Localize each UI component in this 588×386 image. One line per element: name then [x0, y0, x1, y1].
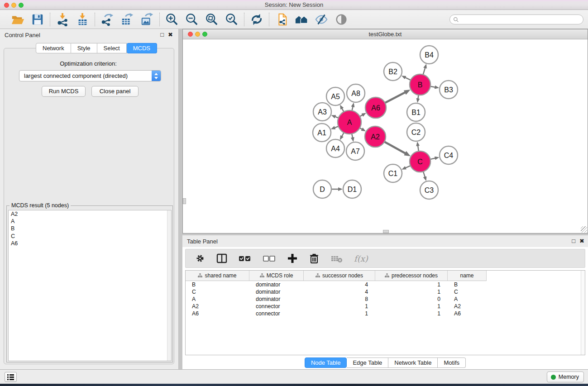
zoom-window-button[interactable]	[19, 3, 24, 8]
node-A[interactable]: A	[338, 110, 361, 134]
node-A6[interactable]: A6	[365, 97, 386, 118]
table-row[interactable]: Bdominator41B	[186, 281, 487, 288]
node-B[interactable]: B	[410, 74, 430, 95]
mcds-result-item[interactable]: A6	[9, 240, 171, 247]
export-image-icon[interactable]	[140, 13, 154, 26]
node-C3[interactable]: C3	[420, 181, 438, 199]
node-C4[interactable]: C4	[440, 146, 458, 164]
table-scrollbar[interactable]	[581, 271, 585, 355]
table-cell[interactable]: dominator	[249, 281, 304, 288]
tab-select[interactable]: Select	[97, 43, 127, 53]
node-A8[interactable]: A8	[347, 84, 365, 102]
mcds-result-item[interactable]: C	[9, 233, 171, 240]
column-header-successor-nodes[interactable]: successor nodes	[304, 271, 375, 281]
import-network-icon[interactable]	[56, 13, 69, 26]
table-cell[interactable]: dominator	[249, 295, 304, 303]
table-cell[interactable]: A	[186, 295, 249, 303]
zoom-in-icon[interactable]	[165, 13, 179, 26]
node-A2[interactable]: A2	[365, 126, 386, 147]
table-cell[interactable]: connector	[249, 303, 304, 310]
network-zoom-button[interactable]	[202, 32, 207, 37]
node-B4[interactable]: B4	[420, 46, 438, 64]
table-row[interactable]: Adominator80A	[186, 295, 487, 303]
table-cell[interactable]: 1	[375, 281, 448, 288]
node-A1[interactable]: A1	[313, 124, 331, 142]
column-header-mcds-role[interactable]: MCDS role	[249, 271, 304, 281]
table-cell[interactable]: A	[448, 295, 487, 303]
table-cell[interactable]: 1	[304, 303, 375, 310]
column-header-name[interactable]: name	[448, 271, 487, 281]
table-cell[interactable]: 1	[375, 310, 448, 317]
edge-A2-C[interactable]	[383, 141, 405, 153]
tab-motifs[interactable]: Motifs	[438, 357, 466, 368]
table-cell[interactable]: connector	[249, 310, 304, 317]
mcds-list-scrollbar[interactable]	[167, 210, 171, 361]
minimize-window-button[interactable]	[11, 3, 16, 8]
table-cell[interactable]: 8	[304, 295, 375, 303]
tab-node-table[interactable]: Node Table	[305, 357, 347, 368]
close-table-panel-icon[interactable]: ✖	[579, 238, 584, 244]
run-mcds-button[interactable]: Run MCDS	[42, 86, 86, 97]
node-C2[interactable]: C2	[407, 123, 425, 141]
search-field[interactable]	[449, 14, 583, 24]
mcds-result-item[interactable]: B	[9, 225, 171, 232]
select-all-icon[interactable]	[238, 253, 252, 264]
column-header-shared-name[interactable]: shared name	[186, 271, 249, 281]
deselect-all-icon[interactable]	[263, 253, 276, 264]
hide-selected-eye-icon[interactable]	[315, 13, 328, 26]
column-header-predecessor-nodes[interactable]: predecessor nodes	[375, 271, 448, 281]
float-panel-icon[interactable]: □	[160, 31, 164, 38]
edge-A6-B[interactable]	[384, 92, 406, 103]
node-C[interactable]: C	[410, 151, 430, 172]
close-panel-button[interactable]: Close panel	[91, 86, 139, 97]
clone-network-icon[interactable]	[275, 13, 288, 26]
node-B3[interactable]: B3	[440, 81, 458, 99]
node-table[interactable]: shared nameMCDS rolesuccessor nodesprede…	[185, 270, 585, 355]
float-table-panel-icon[interactable]: □	[572, 238, 575, 244]
mcds-result-item[interactable]: A	[9, 218, 171, 225]
network-canvas[interactable]: B4B2BB3A5A8A6A3B1AA1C2A2A4A7C4CC1C3DD1	[183, 39, 588, 233]
criterion-dropdown[interactable]: largest connected component (directed)	[19, 70, 161, 81]
table-cell[interactable]: 1	[304, 310, 375, 317]
table-cell[interactable]: 0	[375, 295, 448, 303]
node-D[interactable]: D	[313, 180, 331, 198]
refresh-layout-icon[interactable]	[250, 13, 263, 26]
table-row[interactable]: Cdominator41C	[186, 288, 487, 295]
table-cell[interactable]: A6	[186, 310, 249, 317]
table-cell[interactable]: C	[186, 288, 249, 295]
tab-mcds[interactable]: MCDS	[127, 43, 157, 53]
show-columns-icon[interactable]	[216, 253, 227, 264]
tab-edge-table[interactable]: Edge Table	[347, 357, 388, 368]
mcds-result-item[interactable]: A2	[9, 210, 171, 218]
node-C1[interactable]: C1	[384, 164, 402, 182]
close-panel-icon[interactable]: ✖	[168, 31, 173, 38]
tab-network[interactable]: Network	[36, 43, 71, 53]
close-window-button[interactable]	[4, 3, 9, 8]
network-graph[interactable]: B4B2BB3A5A8A6A3B1AA1C2A2A4A7C4CC1C3DD1	[183, 39, 588, 233]
node-D1[interactable]: D1	[343, 180, 361, 198]
table-cell[interactable]: 1	[375, 288, 448, 295]
table-row[interactable]: A6connector11A6	[186, 310, 487, 317]
table-cell[interactable]: A2	[448, 303, 487, 310]
node-A4[interactable]: A4	[326, 139, 344, 157]
mcds-result-list[interactable]: A2ABCA6	[8, 210, 172, 361]
search-input[interactable]	[459, 15, 583, 24]
save-session-icon[interactable]	[31, 13, 44, 26]
node-A5[interactable]: A5	[326, 87, 344, 105]
node-B1[interactable]: B1	[407, 103, 425, 121]
tab-style[interactable]: Style	[71, 43, 97, 53]
table-settings-gear-icon[interactable]	[195, 253, 206, 264]
delete-column-trash-icon[interactable]	[309, 253, 320, 264]
export-network-icon[interactable]	[100, 13, 114, 26]
zoom-selected-icon[interactable]	[225, 13, 239, 26]
table-cell[interactable]: 1	[375, 303, 448, 310]
table-cell[interactable]: A6	[448, 310, 487, 317]
tab-network-table[interactable]: Network Table	[388, 357, 438, 368]
network-close-button[interactable]	[188, 32, 193, 37]
table-cell[interactable]: dominator	[249, 288, 304, 295]
network-resize-grip[interactable]	[581, 226, 587, 233]
zoom-out-icon[interactable]	[185, 13, 199, 26]
table-cell[interactable]: 4	[304, 281, 375, 288]
open-session-icon[interactable]	[11, 13, 24, 26]
network-minimize-button[interactable]	[195, 32, 200, 37]
